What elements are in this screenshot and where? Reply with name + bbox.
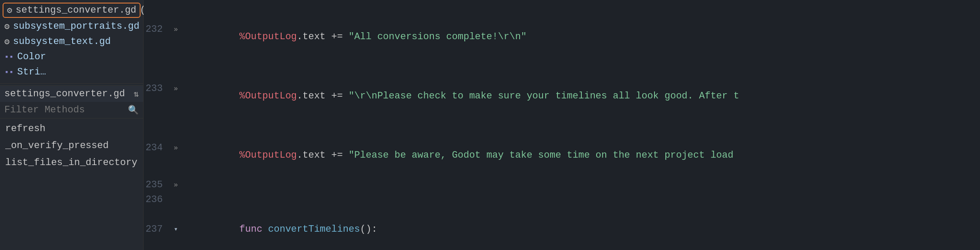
method-item-on-verify-pressed[interactable]: _on_verify_pressed: [0, 137, 143, 154]
file-name: settings_converter.gd: [16, 5, 136, 16]
search-icon[interactable]: 🔍: [128, 105, 139, 115]
code-line-236: 236: [144, 193, 980, 207]
script-header: settings_converter.gd ⇅: [0, 85, 143, 102]
gear-icon: ⚙: [7, 5, 12, 16]
file-name-4: Color: [17, 51, 46, 62]
line-body-233[interactable]: %OutputLog.text += "\r\nPlease check to …: [182, 59, 980, 118]
code-line-232: 232 » %OutputLog.text += "All conversion…: [144, 0, 980, 59]
file-item-subsystem-text[interactable]: ⚙ subsystem_text.gd: [0, 34, 143, 49]
fold-237[interactable]: ▾: [170, 222, 182, 237]
line-num-237: 237: [144, 222, 170, 237]
code-content: 232 » %OutputLog.text += "All conversion…: [144, 0, 980, 250]
line-body-234[interactable]: %OutputLog.text += "Please be aware, God…: [182, 118, 980, 178]
filter-input[interactable]: [4, 105, 125, 115]
file-item-subsystem-portraits[interactable]: ⚙ subsystem_portraits.gd: [0, 19, 143, 34]
gear-icon-3: ⚙: [4, 36, 10, 47]
file-item-string[interactable]: ▪▪ Stri…: [0, 64, 143, 80]
code-line-237: 237 ▾ func convertTimelines():: [144, 207, 980, 250]
sidebar: ⚙ settings_converter.gd (*) ⚙ subsystem_…: [0, 0, 144, 250]
script-header-name: settings_converter.gd: [4, 88, 125, 99]
file-name-5: Stri…: [17, 67, 46, 78]
filter-bar: 🔍: [0, 102, 143, 118]
code-line-235: 235 »: [144, 178, 980, 193]
line-num-236: 236: [144, 193, 170, 207]
line-num-235: 235: [144, 178, 170, 193]
fold-235[interactable]: »: [170, 178, 182, 193]
sort-icon[interactable]: ⇅: [134, 88, 139, 99]
fold-232[interactable]: »: [170, 22, 182, 37]
fold-233[interactable]: »: [170, 81, 182, 96]
code-editor: 232 » %OutputLog.text += "All conversion…: [144, 0, 980, 250]
method-item-refresh[interactable]: refresh: [0, 120, 143, 137]
line-body-237[interactable]: func convertTimelines():: [182, 207, 980, 250]
file-item-color[interactable]: ▪▪ Color: [0, 49, 143, 64]
portrait-icon-2: ▪▪: [4, 68, 14, 77]
file-list: ⚙ settings_converter.gd (*) ⚙ subsystem_…: [0, 0, 143, 81]
line-body-235[interactable]: [182, 178, 980, 193]
portrait-icon: ▪▪: [4, 53, 14, 61]
fold-234[interactable]: »: [170, 141, 182, 155]
code-line-233: 233 » %OutputLog.text += "\r\nPlease che…: [144, 59, 980, 118]
gear-icon-2: ⚙: [4, 21, 10, 32]
line-num-233: 233: [144, 81, 170, 96]
line-num-234: 234: [144, 141, 170, 155]
method-list: refresh _on_verify_pressed list_files_in…: [0, 118, 143, 250]
line-body-232[interactable]: %OutputLog.text += "All conversions comp…: [182, 0, 980, 59]
file-name-2: subsystem_portraits.gd: [13, 21, 139, 32]
file-item-settings-converter[interactable]: ⚙ settings_converter.gd (*): [3, 3, 141, 18]
divider: [0, 83, 143, 84]
file-name-3: subsystem_text.gd: [13, 36, 111, 47]
code-line-234: 234 » %OutputLog.text += "Please be awar…: [144, 118, 980, 178]
method-item-list-files[interactable]: list_files_in_directory: [0, 154, 143, 171]
line-num-232: 232: [144, 22, 170, 37]
